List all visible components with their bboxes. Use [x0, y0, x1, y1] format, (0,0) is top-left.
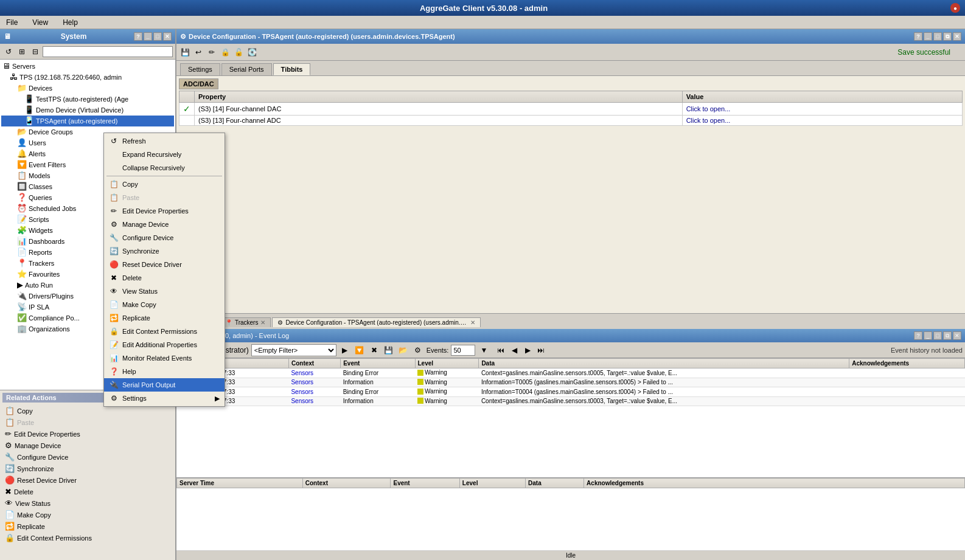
ev-context[interactable]: Sensors [288, 396, 340, 406]
action-item[interactable]: 📄Make Copy [2, 509, 173, 520]
bottom-tab-trackers-close[interactable]: ✕ [260, 319, 265, 326]
context-menu-item[interactable]: ✏Edit Device Properties [104, 204, 225, 218]
ev-context[interactable]: Sensors [288, 378, 340, 387]
context-menu-item[interactable]: ✖Delete [104, 271, 225, 285]
bottom-tab-device-config[interactable]: ⚙ Device Configuration - TPSAgent (auto-… [272, 317, 481, 327]
search-input[interactable] [43, 46, 173, 57]
max-btn[interactable]: □ [153, 32, 162, 41]
refresh-btn[interactable]: ↺ [2, 46, 15, 58]
tree-item[interactable]: 📱TestTPS (auto-registered) (Age [1, 94, 174, 105]
tab-tibbits[interactable]: Tibbits [273, 63, 311, 75]
action-item[interactable]: ✖Delete [2, 486, 173, 497]
el-save-btn[interactable]: 💾 [383, 344, 395, 356]
table-row[interactable]: (S3) [13] Four-channel ADC Click to open… [179, 116, 963, 126]
tree-item-icon: ⏰ [17, 204, 27, 213]
collapse-btn[interactable]: ⊟ [29, 46, 41, 58]
context-menu-item[interactable]: ⚙Manage Device [104, 218, 225, 231]
ev-context[interactable]: Sensors [288, 368, 340, 378]
dc-unlock-btn[interactable]: 🔓 [232, 46, 245, 58]
ctx-icon: 📄 [109, 300, 119, 309]
dc-min-btn[interactable]: _ [924, 32, 932, 41]
help-btn[interactable]: ? [134, 32, 142, 41]
menu-view[interactable]: View [29, 17, 52, 28]
context-menu-item[interactable]: 🔄Synchronize [104, 244, 225, 258]
action-item[interactable]: ✏Edit Device Properties [2, 428, 173, 440]
el-next-btn[interactable]: ▶ [521, 344, 534, 356]
dc-lock-btn[interactable]: 🔒 [219, 46, 231, 58]
context-menu-item[interactable]: 📊Monitor Related Events [104, 351, 225, 365]
el-close-btn[interactable]: ✕ [953, 331, 961, 340]
context-menu-item[interactable]: 👁View Status [104, 285, 225, 298]
action-item[interactable]: 📋Paste [2, 417, 173, 428]
dc-save-btn[interactable]: 💾 [179, 46, 191, 58]
context-menu-item[interactable]: 📝Edit Additional Properties [104, 338, 225, 351]
context-menu-item[interactable]: 🔴Reset Device Driver [104, 258, 225, 271]
context-menu-item[interactable]: 📋Copy [104, 178, 225, 191]
ctx-label: Manage Device [122, 221, 169, 228]
dc-restore-btn[interactable]: ⧉ [943, 32, 952, 41]
menu-file[interactable]: File [2, 17, 21, 28]
context-menu-item[interactable]: Collapse Recursively [104, 161, 225, 175]
tree-item[interactable]: 🖥Servers [1, 61, 174, 72]
action-item[interactable]: 🔁Replicate [2, 520, 173, 532]
el-max-btn[interactable]: □ [933, 331, 942, 340]
dc-close-btn[interactable]: ✕ [953, 32, 961, 41]
action-item[interactable]: 🔒Edit Context Permissions [2, 532, 173, 544]
el-filter-btn[interactable]: 🔽 [354, 344, 366, 356]
app-close-button[interactable]: ● [950, 3, 960, 13]
bottom-tab-trackers[interactable]: 📍 Trackers ✕ [220, 317, 271, 327]
table-row[interactable]: ✓ (S3) [14] Four-channel DAC Click to op… [179, 103, 963, 116]
el-play-btn[interactable]: ▶ [339, 344, 351, 356]
tab-settings[interactable]: Settings [180, 63, 220, 75]
bottom-tab-dc-close[interactable]: ✕ [470, 319, 475, 326]
action-item[interactable]: 🔧Configure Device [2, 451, 173, 463]
el-first-btn[interactable]: ⏮ [495, 344, 507, 356]
dc-edit-btn[interactable]: ✏ [206, 46, 218, 58]
ev-context[interactable]: Sensors [288, 387, 340, 397]
context-menu-item[interactable]: Expand Recursively [104, 148, 225, 161]
context-menu-item[interactable]: ↺Refresh [104, 134, 225, 148]
menu-help[interactable]: Help [59, 17, 82, 28]
tree-item[interactable]: 📱TPSAgent (auto-registered) [1, 116, 174, 126]
el-load-btn[interactable]: 📂 [397, 344, 409, 356]
dc-max-btn[interactable]: □ [933, 32, 942, 41]
action-item[interactable]: 🔴Reset Device Driver [2, 474, 173, 486]
dc-help-btn[interactable]: ? [914, 32, 922, 41]
action-item[interactable]: 🔄Synchronize [2, 463, 173, 474]
action-item[interactable]: 👁View Status [2, 497, 173, 509]
min-btn[interactable]: _ [144, 32, 152, 41]
el-min-btn[interactable]: _ [924, 331, 932, 340]
ev-event: Information [341, 396, 415, 406]
expand-btn[interactable]: ⊞ [16, 46, 28, 58]
dc-disk-btn[interactable]: 💽 [246, 46, 258, 58]
context-menu-item[interactable]: 🔒Edit Context Permissions [104, 325, 225, 338]
row-value[interactable]: Click to open... [682, 116, 962, 126]
el-restore-btn[interactable]: ⧉ [943, 331, 952, 340]
dc-undo-btn[interactable]: ↩ [192, 46, 204, 58]
context-menu-item[interactable]: ⚙Settings▶ [104, 392, 225, 405]
filter-select[interactable]: <Empty Filter> [251, 344, 336, 356]
el-help-btn[interactable]: ? [914, 331, 922, 340]
ctx-label: Help [122, 368, 136, 375]
ctx-label: Expand Recursively [122, 151, 181, 158]
context-menu-item[interactable]: 📄Make Copy [104, 298, 225, 311]
el-prev-btn[interactable]: ◀ [508, 344, 520, 356]
el-clear-btn[interactable]: ✖ [368, 344, 380, 356]
el-last-btn[interactable]: ⏭ [535, 344, 547, 356]
action-label: Manage Device [15, 442, 61, 449]
events-count-input[interactable] [451, 345, 475, 356]
context-menu-item[interactable]: ❓Help [104, 365, 225, 378]
context-menu-item[interactable]: 🔧Configure Device [104, 231, 225, 244]
action-item[interactable]: ⚙Manage Device [2, 440, 173, 451]
context-menu-item[interactable]: 🔁Replicate [104, 311, 225, 325]
tree-item[interactable]: 📁Devices [1, 83, 174, 94]
event-tbody-upper: 15.02.2016 10:17:33 Sensors Binding Erro… [177, 368, 965, 406]
tab-serial-ports[interactable]: Serial Ports [221, 63, 272, 75]
close-btn[interactable]: ✕ [163, 32, 172, 41]
tree-item[interactable]: 📱Demo Device (Virtual Device) [1, 105, 174, 116]
context-menu-item[interactable]: 🔌Serial Port Output [104, 378, 225, 392]
el-dropdown-btn[interactable]: ▼ [478, 344, 490, 356]
row-value[interactable]: Click to open... [682, 103, 962, 116]
tree-item[interactable]: 🖧TPS (192.168.75.220:6460, admin [1, 72, 174, 83]
el-config-btn[interactable]: ⚙ [412, 344, 424, 356]
